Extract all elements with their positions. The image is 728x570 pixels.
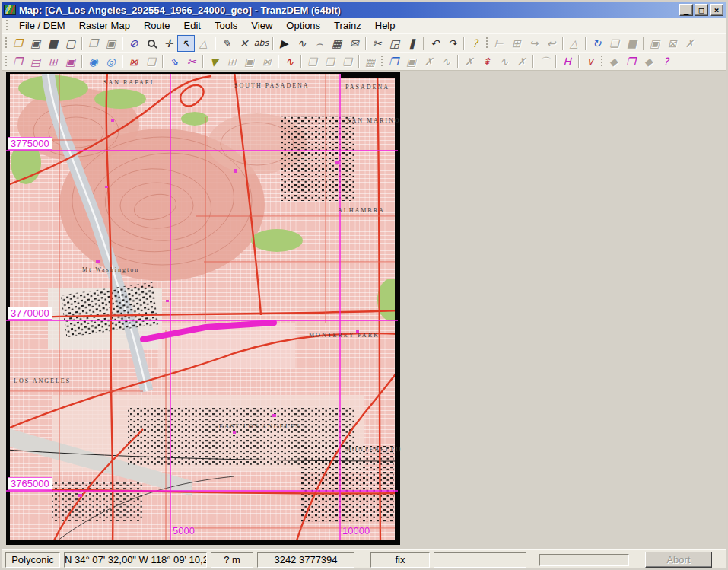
zoom-cancel-button[interactable]: ⊘ [125, 35, 142, 52]
solid-square-button[interactable]: ■ [623, 35, 641, 52]
titlebar[interactable]: Map: [CA_Los Angeles_292554_1966_24000_g… [2, 2, 726, 18]
menu-route[interactable]: Route [137, 18, 177, 33]
fill-button[interactable]: ◲ [386, 35, 403, 52]
grid-frame-button[interactable]: ▦ [361, 53, 379, 70]
frame-x-button[interactable]: ⊠ [663, 35, 681, 52]
save-grid-button[interactable]: ▣ [62, 53, 79, 70]
map-label: LOS ANGELES [14, 377, 71, 384]
open-track-button[interactable]: ❐ [385, 53, 402, 70]
menu-options[interactable]: Options [279, 18, 327, 33]
close-map-button[interactable]: ■ [44, 35, 62, 52]
toolbar-icon: ⊞ [227, 56, 237, 67]
curve-tool-button[interactable]: ∿ [293, 35, 310, 52]
track-x-button[interactable]: ✗ [420, 53, 437, 70]
menu-tools[interactable]: Tools [208, 18, 244, 33]
globe-grid-button[interactable]: ◉ [84, 53, 102, 70]
pulse-button[interactable]: ∿ [281, 53, 298, 70]
close-button[interactable]: × [710, 4, 723, 16]
open-raster-button[interactable]: ❐ [84, 35, 102, 52]
pages1-button[interactable]: ❏ [304, 53, 321, 70]
open-grid-button[interactable]: ❐ [9, 53, 27, 70]
terrain2-button[interactable]: ◆ [640, 53, 657, 70]
add-grid-button[interactable]: ⊞ [44, 53, 62, 70]
toolbar2c-grip[interactable] [599, 53, 605, 70]
toolbar-icon: ✎ [222, 38, 231, 49]
menu-help[interactable]: Help [368, 18, 402, 33]
track-curve-button[interactable]: ∿ [437, 53, 455, 70]
triangle-tool-button[interactable]: △ [195, 35, 212, 52]
globe-grid2-button[interactable]: ◎ [102, 53, 119, 70]
grid-label-3765000: 3765000 [8, 477, 52, 490]
zoom-button[interactable] [142, 35, 160, 52]
toolbar1b-grip[interactable] [484, 35, 490, 52]
delete-map-button[interactable]: ⊠ [125, 53, 142, 70]
gradient-tool-button[interactable]: ⌢ [310, 35, 328, 52]
terrain-open-button[interactable]: ❐ [622, 53, 640, 70]
frame-b-button[interactable]: ⊠ [258, 53, 275, 70]
toolbar-icon: ✗ [465, 56, 474, 67]
toolbar-icon: ⌢ [316, 38, 323, 49]
terrain1-button[interactable]: ◆ [605, 53, 622, 70]
baseboard-button[interactable]: ▼ [205, 53, 223, 70]
cut-button[interactable]: ✂ [368, 35, 386, 52]
frame-plus-button[interactable]: ⊞ [223, 53, 240, 70]
menu-file-dem[interactable]: File / DEM [12, 18, 72, 33]
toolbar1-grip[interactable] [3, 35, 9, 52]
curve-left-button[interactable]: ↩ [542, 35, 560, 52]
abs-button[interactable]: abs [253, 35, 270, 52]
track-curve2-button[interactable]: ∿ [495, 53, 513, 70]
refresh-button[interactable]: ↻ [588, 35, 606, 52]
spray-button[interactable]: ∨ [581, 53, 599, 70]
open-map-button[interactable]: ❐ [9, 35, 27, 52]
join-boxed-button[interactable]: ⊞ [507, 35, 525, 52]
minimize-button[interactable]: _ [679, 4, 693, 16]
maximize-button[interactable]: □ [695, 4, 708, 16]
frame-tool-button[interactable]: ▦ [328, 35, 345, 52]
menu-edit[interactable]: Edit [177, 18, 208, 33]
pages2-button[interactable]: ❏ [321, 53, 339, 70]
frame-a-button[interactable]: ▣ [240, 53, 258, 70]
paste-grid-button[interactable]: ▤ [27, 53, 44, 70]
toolbar2-grip[interactable] [3, 53, 9, 70]
pages-x-button[interactable]: ❏ [142, 53, 160, 70]
move-grid-button[interactable]: ⇘ [165, 53, 183, 70]
cross-tool-button[interactable]: ✕ [235, 35, 253, 52]
curve-right-button[interactable]: ↪ [525, 35, 542, 52]
toolbar-icon: ❐ [13, 38, 23, 49]
join-button[interactable]: ⊢ [490, 35, 507, 52]
track-x3-button[interactable]: ✗ [513, 53, 530, 70]
triangle-outline-button[interactable]: △ [565, 35, 583, 52]
menu-raster-map[interactable]: Raster Map [72, 18, 137, 33]
chart-button[interactable]: ⌒ [536, 53, 553, 70]
abort-button[interactable]: Abort [645, 552, 712, 568]
save-raster-button[interactable]: ▣ [102, 35, 119, 52]
save-track-button[interactable]: ▣ [402, 53, 420, 70]
play-button[interactable]: ▶ [275, 35, 293, 52]
help-button[interactable]: ? [466, 35, 484, 52]
track-x2-button[interactable]: ✗ [460, 53, 478, 70]
probe-button[interactable]: ✎ [218, 35, 235, 52]
runner-button[interactable]: ⇞ [478, 53, 495, 70]
menu-trainz[interactable]: Trainz [327, 18, 368, 33]
toolbar-button [576, 53, 581, 70]
send-map-button[interactable]: ✉ [345, 35, 363, 52]
layers-button[interactable]: ❏ [606, 35, 623, 52]
pan-button[interactable]: ✛ [160, 35, 177, 52]
arrows-x-button[interactable]: ✗ [681, 35, 698, 52]
menu-view[interactable]: View [244, 18, 279, 33]
map-viewport[interactable]: 377500037700003765000 500010000 SAN RAFA… [6, 72, 400, 545]
terrain-help-button[interactable]: ? [657, 53, 675, 70]
new-map-button[interactable]: ▢ [62, 35, 79, 52]
undo-button[interactable]: ↶ [426, 35, 443, 52]
menubar-grip[interactable] [5, 20, 11, 31]
cut-grid-button[interactable]: ✂ [183, 53, 200, 70]
toolbar2b-grip[interactable] [379, 53, 385, 70]
paste-button[interactable]: ❚ [403, 35, 421, 52]
toolbar-icon: ▼ [210, 56, 218, 67]
redo-button[interactable]: ↷ [443, 35, 461, 52]
bridge-button[interactable]: H [558, 53, 576, 70]
save-map-button[interactable]: ▣ [27, 35, 44, 52]
select-button[interactable]: ↖ [177, 35, 195, 52]
pages3-button[interactable]: ❏ [339, 53, 356, 70]
frame2-button[interactable]: ▣ [646, 35, 663, 52]
